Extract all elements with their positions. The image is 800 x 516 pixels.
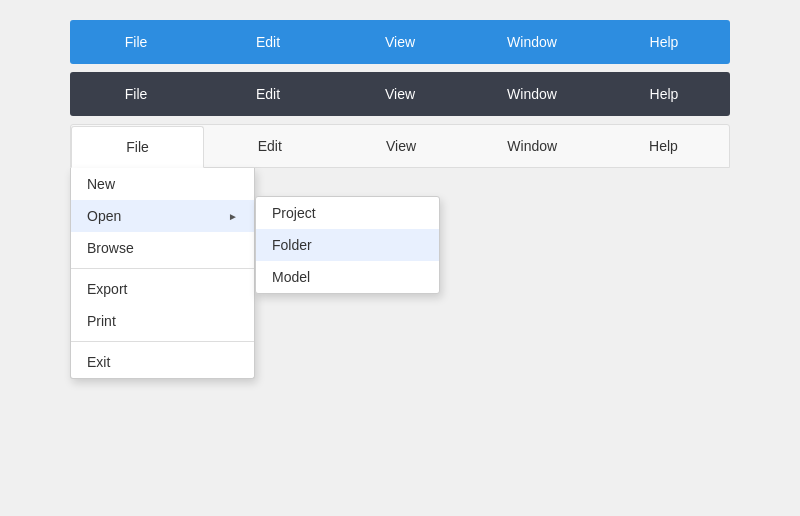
menubar-blue-file[interactable]: File xyxy=(70,20,202,64)
menubar-light-edit[interactable]: Edit xyxy=(204,125,335,167)
menubar-dark-view[interactable]: View xyxy=(334,72,466,116)
menubar-blue-window[interactable]: Window xyxy=(466,20,598,64)
open-submenu-arrow-icon: ► xyxy=(228,211,238,222)
menubar-blue: File Edit View Window Help xyxy=(70,20,730,64)
open-submenu: Project Folder Model xyxy=(255,196,440,294)
menu-item-open[interactable]: Open ► xyxy=(71,200,254,232)
menu-item-browse[interactable]: Browse xyxy=(71,232,254,264)
menubar-blue-view[interactable]: View xyxy=(334,20,466,64)
submenu-item-folder[interactable]: Folder xyxy=(256,229,439,261)
menubar-blue-edit[interactable]: Edit xyxy=(202,20,334,64)
menu-item-export[interactable]: Export xyxy=(71,273,254,305)
menubar-light-window[interactable]: Window xyxy=(467,125,598,167)
menu-item-print[interactable]: Print xyxy=(71,305,254,337)
separator-2 xyxy=(71,341,254,342)
menu-item-new[interactable]: New xyxy=(71,168,254,200)
menubar-light-help[interactable]: Help xyxy=(598,125,729,167)
menubar-light-view[interactable]: View xyxy=(335,125,466,167)
menubar-dark-edit[interactable]: Edit xyxy=(202,72,334,116)
menubar-dark-window[interactable]: Window xyxy=(466,72,598,116)
file-dropdown: New Open ► Browse Export Print Exit xyxy=(70,168,255,379)
menubar-dark: File Edit View Window Help xyxy=(70,72,730,116)
submenu-item-model[interactable]: Model xyxy=(256,261,439,293)
submenu-item-project[interactable]: Project xyxy=(256,197,439,229)
separator-1 xyxy=(71,268,254,269)
menubar-light-file[interactable]: File xyxy=(71,126,204,168)
menu-item-exit[interactable]: Exit xyxy=(71,346,254,378)
page-container: File Edit View Window Help File Edit Vie… xyxy=(0,0,800,516)
menubar-blue-help[interactable]: Help xyxy=(598,20,730,64)
menubar-light: File Edit View Window Help xyxy=(70,124,730,168)
menubar-dark-help[interactable]: Help xyxy=(598,72,730,116)
open-label: Open xyxy=(87,208,121,224)
menubar-dark-file[interactable]: File xyxy=(70,72,202,116)
